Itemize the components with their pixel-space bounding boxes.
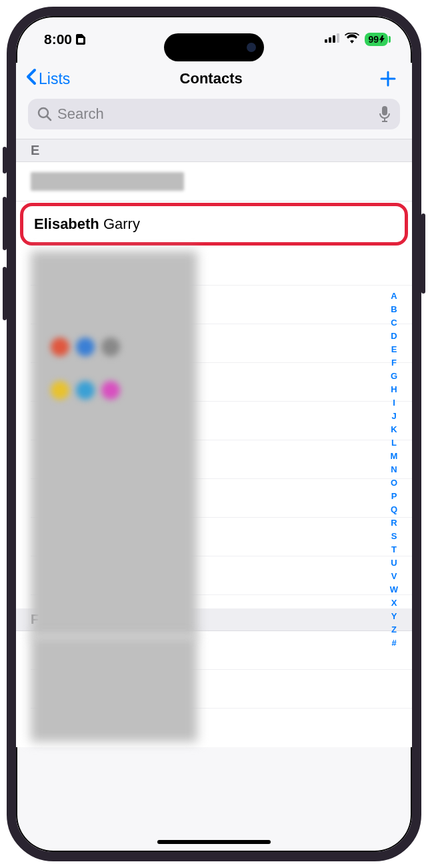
- add-contact-button[interactable]: [379, 69, 397, 88]
- battery-indicator: 99: [365, 33, 388, 46]
- svg-rect-7: [382, 106, 387, 115]
- home-indicator[interactable]: [157, 840, 271, 844]
- svg-rect-0: [78, 38, 83, 43]
- index-letter[interactable]: S: [388, 530, 400, 543]
- plus-icon: [379, 69, 397, 88]
- svg-line-6: [47, 117, 51, 121]
- index-letter[interactable]: W: [388, 583, 400, 596]
- index-letter[interactable]: Z: [388, 623, 400, 636]
- wifi-icon: [345, 33, 359, 46]
- microphone-icon: [379, 105, 391, 123]
- index-letter[interactable]: V: [388, 570, 400, 583]
- index-letter[interactable]: K: [388, 423, 400, 436]
- index-letter[interactable]: B: [388, 303, 400, 316]
- search-placeholder: Search: [57, 105, 373, 123]
- contact-list[interactable]: Elisabeth Garry: [16, 162, 412, 747]
- side-button[interactable]: [421, 213, 425, 294]
- svg-rect-1: [325, 39, 327, 43]
- index-letter[interactable]: P: [388, 490, 400, 503]
- cellular-signal-icon: [325, 33, 339, 45]
- index-letter[interactable]: F: [388, 356, 400, 370]
- phone-screen: 8:00 99 Lists Contacts: [7, 7, 421, 861]
- redacted-block: [31, 635, 197, 742]
- index-letter[interactable]: J: [388, 410, 400, 423]
- index-letter[interactable]: C: [388, 316, 400, 330]
- search-icon: [37, 107, 52, 121]
- svg-rect-2: [329, 37, 331, 43]
- page-title: Contacts: [43, 70, 379, 87]
- index-letter[interactable]: U: [388, 556, 400, 570]
- index-letter[interactable]: L: [388, 436, 400, 450]
- svg-rect-4: [337, 33, 339, 43]
- contact-last-name: Garry: [103, 215, 140, 232]
- sim-icon: [76, 34, 85, 45]
- index-letter[interactable]: #: [388, 636, 400, 650]
- dictate-button[interactable]: [379, 105, 391, 123]
- search-container: Search: [16, 99, 412, 139]
- contact-first-name: Elisabeth: [34, 215, 99, 232]
- index-letter[interactable]: R: [388, 516, 400, 530]
- redacted-block: [31, 251, 197, 638]
- index-letter[interactable]: D: [388, 330, 400, 343]
- index-letter[interactable]: M: [388, 450, 400, 463]
- alphabet-index[interactable]: A B C D E F G H I J K L M N O P Q R S T …: [388, 290, 400, 650]
- index-letter[interactable]: I: [388, 396, 400, 410]
- chevron-left-icon: [25, 68, 37, 89]
- index-letter[interactable]: H: [388, 383, 400, 396]
- index-letter[interactable]: T: [388, 543, 400, 556]
- index-letter[interactable]: N: [388, 463, 400, 476]
- contact-row[interactable]: [16, 162, 412, 201]
- section-header-e: E: [16, 139, 412, 162]
- search-input[interactable]: Search: [28, 99, 400, 129]
- index-letter[interactable]: G: [388, 370, 400, 383]
- navigation-bar: Lists Contacts: [16, 63, 412, 99]
- index-letter[interactable]: E: [388, 343, 400, 356]
- dynamic-island: [164, 33, 264, 61]
- contact-name: Elisabeth Garry: [34, 215, 140, 233]
- index-letter[interactable]: Y: [388, 610, 400, 623]
- contact-row-highlighted[interactable]: Elisabeth Garry: [20, 203, 408, 246]
- index-letter[interactable]: Q: [388, 503, 400, 516]
- battery-percent: 99: [368, 34, 379, 45]
- status-time: 8:00: [44, 31, 72, 47]
- index-letter[interactable]: X: [388, 596, 400, 610]
- index-letter[interactable]: O: [388, 476, 400, 490]
- svg-rect-3: [333, 35, 335, 43]
- redacted-contact: [31, 172, 184, 191]
- index-letter[interactable]: A: [388, 290, 400, 303]
